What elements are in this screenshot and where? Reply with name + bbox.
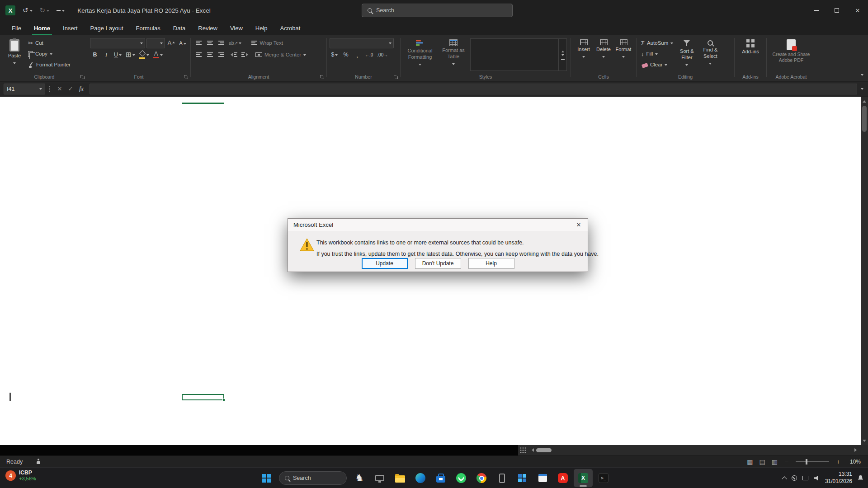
decrease-font-button[interactable]: A	[178, 38, 188, 48]
find-select-button[interactable]: Find &Select	[698, 37, 722, 73]
tab-data[interactable]: Data	[167, 21, 192, 35]
minimize-button[interactable]	[806, 0, 826, 21]
increase-font-button[interactable]: A	[166, 38, 176, 48]
app-icon-acrobat[interactable]: A	[553, 469, 572, 487]
horizontal-scroll-thumb[interactable]	[536, 448, 552, 452]
app-icon-excel[interactable]: X	[574, 469, 593, 487]
fill-color-dropdown-icon[interactable]	[146, 54, 149, 57]
page-break-view-button[interactable]: ▥	[772, 458, 778, 465]
conditional-formatting-button[interactable]: ConditionalFormatting	[403, 37, 437, 73]
comma-style-button[interactable]: ,	[352, 50, 362, 60]
align-bottom-button[interactable]	[216, 38, 226, 48]
tab-view[interactable]: View	[224, 21, 249, 35]
insert-function-button[interactable]: fx	[76, 84, 87, 94]
zoom-out-button[interactable]: −	[784, 458, 789, 465]
start-button[interactable]	[257, 469, 276, 487]
paste-dropdown-icon[interactable]	[13, 62, 16, 66]
dialog-close-button[interactable]: ✕	[570, 219, 588, 231]
format-painter-button[interactable]: Format Painter	[26, 60, 72, 70]
tray-overflow-icon[interactable]	[782, 476, 787, 481]
percent-style-button[interactable]: %	[341, 50, 351, 60]
tab-review[interactable]: Review	[192, 21, 224, 35]
name-box-dropdown-icon[interactable]	[39, 88, 42, 91]
zoom-level[interactable]: 10%	[847, 459, 861, 465]
wrap-text-button[interactable]: Wrap Text	[250, 38, 284, 48]
gallery-down-icon[interactable]	[561, 54, 564, 57]
font-size-combo[interactable]	[146, 38, 165, 48]
format-as-table-dropdown-icon[interactable]	[452, 63, 455, 66]
alignment-dialog-launcher[interactable]	[320, 75, 324, 79]
dont-update-button[interactable]: Don't Update	[415, 258, 461, 269]
tab-home[interactable]: Home	[28, 21, 57, 35]
insert-cells-dropdown-icon[interactable]	[582, 56, 585, 59]
tab-page-layout[interactable]: Page Layout	[84, 21, 130, 35]
taskbar-clock[interactable]: 13:31 31/01/2026	[825, 471, 852, 485]
tab-formulas[interactable]: Formulas	[130, 21, 167, 35]
redo-dropdown-icon[interactable]	[47, 10, 49, 13]
search-box[interactable]: Search	[362, 4, 513, 17]
copy-dropdown-icon[interactable]	[50, 53, 52, 56]
formula-bar-grip[interactable]	[49, 85, 51, 93]
decrease-indent-button[interactable]	[227, 50, 239, 60]
fill-button[interactable]: ↓Fill	[639, 49, 675, 59]
align-center-button[interactable]	[205, 50, 215, 60]
normal-view-button[interactable]: ▦	[747, 458, 753, 465]
bold-button[interactable]: B	[90, 50, 100, 60]
zoom-in-button[interactable]: +	[835, 458, 841, 465]
conditional-formatting-dropdown-icon[interactable]	[419, 64, 421, 67]
fill-dropdown-icon[interactable]	[655, 53, 658, 56]
page-layout-view-button[interactable]: ▤	[760, 458, 765, 465]
align-top-button[interactable]	[193, 38, 203, 48]
format-as-table-button[interactable]: Format asTable	[439, 37, 468, 73]
tab-help[interactable]: Help	[249, 21, 274, 35]
app-icon-store[interactable]	[431, 469, 450, 487]
scroll-left-icon[interactable]	[530, 448, 534, 452]
cut-button[interactable]: ✂Cut	[26, 38, 72, 48]
sort-filter-dropdown-icon[interactable]	[685, 64, 688, 67]
widgets-button[interactable]: 4 ICBP +3,58%	[5, 469, 36, 482]
orientation-dropdown-icon[interactable]	[239, 42, 241, 46]
app-icon-desktop[interactable]	[370, 469, 389, 487]
number-dialog-launcher[interactable]	[394, 75, 398, 79]
vertical-scrollbar[interactable]	[861, 97, 868, 445]
app-icon-tiles[interactable]	[513, 469, 532, 487]
formula-input[interactable]	[90, 84, 857, 94]
update-button[interactable]: Update	[362, 258, 408, 269]
expand-formula-bar-icon[interactable]	[861, 88, 863, 91]
addins-button[interactable]: Add-ins	[737, 37, 764, 73]
cell-styles-gallery-controls[interactable]	[558, 39, 566, 70]
name-box[interactable]: I41	[4, 84, 45, 94]
scrollbar-splitter-grip[interactable]	[520, 447, 526, 454]
accessibility-icon[interactable]	[35, 459, 42, 465]
gallery-up-icon[interactable]	[561, 49, 564, 52]
find-select-dropdown-icon[interactable]	[709, 63, 712, 66]
copy-button[interactable]: Copy	[26, 49, 72, 59]
align-right-button[interactable]	[216, 50, 226, 60]
tab-file[interactable]: File	[5, 21, 28, 35]
fill-color-button[interactable]	[138, 50, 151, 60]
gallery-more-icon[interactable]	[561, 59, 565, 60]
scroll-up-button[interactable]	[861, 98, 868, 105]
scroll-right-icon[interactable]	[854, 448, 859, 452]
insert-cells-button[interactable]: Insert	[574, 37, 594, 73]
app-icon-calendar[interactable]	[533, 469, 552, 487]
number-format-combo[interactable]	[330, 38, 394, 48]
align-middle-button[interactable]	[205, 38, 215, 48]
font-color-button[interactable]: A	[152, 50, 164, 60]
undo-dropdown-icon[interactable]	[30, 10, 33, 13]
delete-cells-dropdown-icon[interactable]	[602, 56, 605, 59]
format-cells-button[interactable]: Format	[613, 37, 633, 73]
collapse-ribbon-icon[interactable]	[861, 74, 863, 77]
clear-dropdown-icon[interactable]	[665, 64, 667, 67]
customize-qat-button[interactable]	[54, 4, 67, 17]
underline-dropdown-icon[interactable]	[119, 54, 122, 57]
app-icon-phone-link[interactable]	[492, 469, 511, 487]
notifications-icon[interactable]	[858, 475, 863, 481]
increase-indent-button[interactable]	[240, 50, 251, 60]
display-tray-icon[interactable]	[802, 476, 808, 480]
font-name-combo[interactable]	[90, 38, 145, 48]
vertical-scroll-thumb[interactable]	[862, 106, 867, 132]
maximize-button[interactable]	[826, 0, 847, 21]
font-dialog-launcher[interactable]	[184, 75, 188, 79]
format-cells-dropdown-icon[interactable]	[622, 56, 625, 59]
